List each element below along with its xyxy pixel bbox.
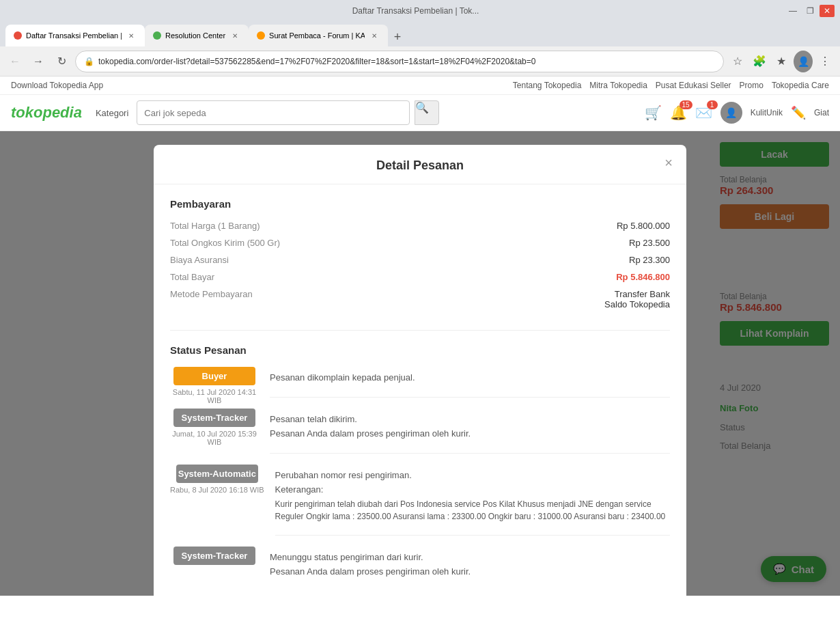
harga-label: Total Harga (1 Barang) [170, 221, 260, 231]
window-controls: — ❐ ✕ [785, 5, 835, 17]
user-avatar-nav[interactable]: 👤 [720, 102, 742, 124]
asuransi-value: Rp 23.300 [629, 255, 670, 265]
page-content: Download Tokopedia App Tentang Tokopedia… [0, 77, 840, 636]
user-profile-button[interactable]: 👤 [794, 52, 813, 71]
address-text: tokopedia.com/order-list?detail=53756228… [98, 57, 535, 66]
nav-icons: 🛒 🔔 15 ✉️ 1 👤 KulitUnik ✏️ Giat [645, 102, 829, 124]
status-entry-buyer: Buyer Sabtu, 11 Jul 2020 14:31 WIB Pesan… [170, 367, 670, 409]
bookmark-add-button[interactable]: ☆ [728, 52, 747, 71]
extensions-button[interactable]: 🧩 [750, 52, 769, 71]
modal-close-button[interactable]: × [664, 156, 673, 169]
tab-icon-3 [257, 31, 265, 40]
status-left-tracker-1: System-Tracker Jumat, 10 Jul 2020 15:39 … [170, 409, 259, 465]
bell-badge: 15 [680, 100, 692, 109]
payment-row-total-bayar: Total Bayar Rp 5.846.800 [170, 272, 670, 282]
automatic-date: Rabu, 8 Jul 2020 16:18 WIB [170, 486, 264, 494]
tab-label-2: Resolution Center [165, 31, 225, 40]
tab-icon-2 [153, 31, 161, 40]
tabs-bar: Daftar Transaksi Pembelian | Tok... ✕ Re… [0, 22, 840, 46]
tab-daftar-transaksi[interactable]: Daftar Transaksi Pembelian | Tok... ✕ [5, 25, 145, 46]
modal-body[interactable]: Pembayaran Total Harga (1 Barang) Rp 5.8… [154, 184, 686, 609]
top-bar-links: Tentang Tokopedia Mitra Tokopedia Pusat … [513, 81, 829, 90]
tokopedia-main-nav: tokopedia Kategori 🔍 🛒 🔔 15 ✉️ 1 [0, 95, 840, 131]
window-title: Daftar Transaksi Pembelian | Tok... [352, 6, 479, 16]
automatic-badge: System-Automatic [176, 465, 258, 483]
tracker-date-1: Jumat, 10 Jul 2020 15:39 WIB [172, 430, 257, 446]
browser-window: Daftar Transaksi Pembelian | Tok... — ❐ … [0, 0, 840, 636]
close-btn[interactable]: ✕ [820, 5, 835, 17]
ongkos-label: Total Ongkos Kirim (500 Gr) [170, 238, 280, 248]
tab-resolution-center[interactable]: Resolution Center ✕ [145, 25, 249, 46]
nav-actions: ☆ 🧩 ★ 👤 ⋮ [728, 52, 835, 71]
tab-close-2[interactable]: ✕ [229, 30, 240, 41]
lock-icon: 🔒 [84, 57, 94, 66]
modal-header: Detail Pesanan × [154, 145, 686, 184]
tab-icon-1 [14, 31, 22, 40]
minimize-btn[interactable]: — [785, 5, 801, 17]
harga-value: Rp 5.800.000 [617, 221, 670, 231]
payment-method-1: Transfer Bank [604, 289, 670, 299]
refresh-button[interactable]: ↻ [52, 52, 71, 71]
search-button[interactable]: 🔍 [415, 100, 439, 125]
top-link-pusat[interactable]: Pusat Edukasi Seller [656, 81, 731, 90]
page-bg-area: Lacak Total Belanja Rp 264.300 Beli Lagi… [0, 131, 840, 596]
status-entry-automatic: System-Automatic Rabu, 8 Jul 2020 16:18 … [170, 465, 670, 547]
tab-close-1[interactable]: ✕ [126, 30, 137, 41]
status-left-automatic: System-Automatic Rabu, 8 Jul 2020 16:18 … [170, 465, 264, 547]
top-link-tentang[interactable]: Tentang Tokopedia [513, 81, 582, 90]
payment-section: Pembayaran Total Harga (1 Barang) Rp 5.8… [154, 184, 686, 330]
notifications-button[interactable]: 🔔 15 [670, 105, 687, 121]
giat-label: Giat [814, 108, 829, 117]
payment-method-2: Saldo Tokopedia [604, 299, 670, 309]
favorites-button[interactable]: ★ [772, 52, 791, 71]
title-bar: Daftar Transaksi Pembelian | Tok... — ❐ … [0, 0, 840, 22]
status-entry-tracker-1: System-Tracker Jumat, 10 Jul 2020 15:39 … [170, 409, 670, 465]
download-app-label: Download Tokopedia App [11, 81, 103, 90]
status-right-tracker-2: Menunggu status pengiriman dari kurir. P… [270, 547, 670, 591]
total-bayar-label: Total Bayar [170, 272, 214, 282]
top-link-promo[interactable]: Promo [740, 81, 764, 90]
modal-title: Detail Pesanan [376, 158, 464, 172]
tokopedia-logo[interactable]: tokopedia [11, 104, 82, 122]
status-entry-tracker-2: System-Tracker Menunggu status pengirima… [170, 547, 670, 602]
top-link-mitra[interactable]: Mitra Tokopedia [589, 81, 647, 90]
tokopedia-top-bar: Download Tokopedia App Tentang Tokopedia… [0, 77, 840, 95]
maximize-btn[interactable]: ❐ [802, 5, 818, 17]
status-left-tracker-2: System-Tracker [170, 547, 259, 602]
payment-section-title: Pembayaran [170, 198, 670, 210]
payment-methods: Transfer Bank Saldo Tokopedia [604, 289, 670, 309]
tab-surat-pembaca[interactable]: Surat Pembaca - Forum | KASKU... ✕ [249, 25, 388, 46]
modal-dialog: Detail Pesanan × Pembayaran Total Harga … [154, 145, 686, 609]
asuransi-label: Biaya Asuransi [170, 255, 229, 265]
metode-label: Metode Pembayaran [170, 289, 253, 299]
cart-button[interactable]: 🛒 [645, 105, 662, 121]
pencil-icon: ✏️ [791, 105, 806, 120]
payment-row-metode: Metode Pembayaran Transfer Bank Saldo To… [170, 289, 670, 309]
status-right-automatic: Perubahan nomor resi pengiriman. Keteran… [275, 465, 670, 536]
status-left-buyer: Buyer Sabtu, 11 Jul 2020 14:31 WIB [170, 367, 259, 409]
buyer-date: Sabtu, 11 Jul 2020 14:31 WIB [173, 388, 256, 404]
forward-button[interactable]: → [29, 52, 48, 71]
messages-button[interactable]: ✉️ 1 [695, 105, 712, 121]
address-bar[interactable]: 🔒 tokopedia.com/order-list?detail=537562… [75, 51, 724, 72]
new-tab-button[interactable]: + [388, 27, 407, 46]
payment-row-ongkos: Total Ongkos Kirim (500 Gr) Rp 23.500 [170, 238, 670, 248]
tab-close-3[interactable]: ✕ [369, 30, 380, 41]
payment-row-harga: Total Harga (1 Barang) Rp 5.800.000 [170, 221, 670, 231]
user-name-label: KulitUnik [751, 108, 783, 117]
modal-overlay: Detail Pesanan × Pembayaran Total Harga … [0, 131, 840, 596]
user-avatar: 👤 [794, 51, 813, 72]
mail-badge: 1 [707, 100, 718, 109]
status-section: Status Pesanan Buyer Sabtu, 11 Jul 2020 … [154, 331, 686, 609]
search-input[interactable] [137, 100, 410, 125]
status-right-buyer: Pesanan dikomplain kepada penjual. [270, 367, 670, 398]
tracker-badge-2: System-Tracker [173, 547, 255, 565]
back-button[interactable]: ← [5, 52, 25, 71]
menu-button[interactable]: ⋮ [815, 52, 835, 71]
status-section-title: Status Pesanan [170, 344, 670, 356]
top-link-care[interactable]: Tokopedia Care [772, 81, 829, 90]
status-right-tracker-1: Pesanan telah dikirim. Pesanan Anda dala… [270, 409, 670, 454]
payment-row-asuransi: Biaya Asuransi Rp 23.300 [170, 255, 670, 265]
tracker-badge-1: System-Tracker [173, 409, 255, 427]
kategori-button[interactable]: Kategori [96, 108, 128, 118]
